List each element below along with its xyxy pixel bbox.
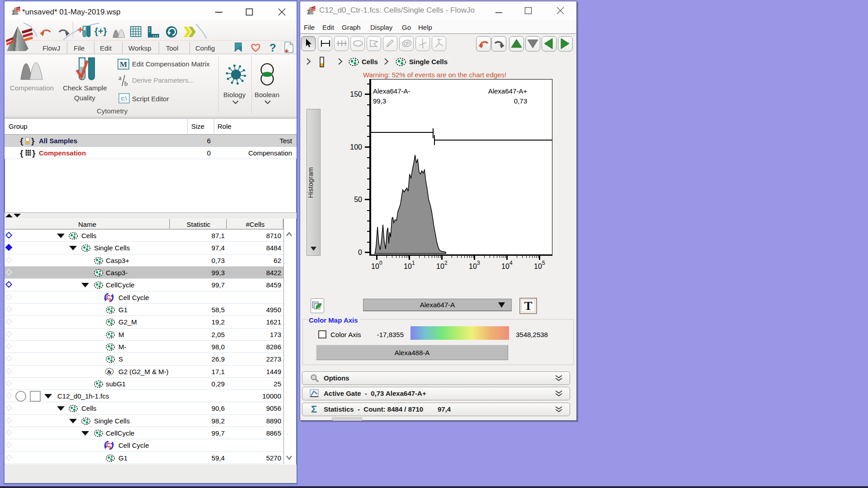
svg-text:Σ: Σ [311, 404, 317, 415]
